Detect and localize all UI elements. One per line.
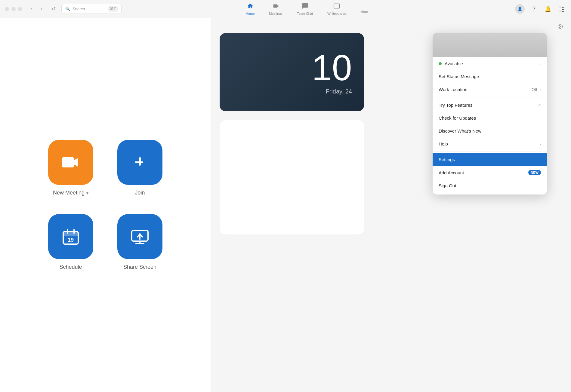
settings-gear-icon[interactable]: ⚙ xyxy=(558,23,564,31)
dropdown-work-location[interactable]: Work Location Off › xyxy=(433,83,547,96)
tab-team-chat[interactable]: Team Chat xyxy=(290,2,320,17)
tab-home-label: Home xyxy=(246,12,255,15)
set-status-label: Set Status Message xyxy=(439,74,541,79)
forward-arrow[interactable]: › xyxy=(37,5,46,13)
dropdown-set-status[interactable]: Set Status Message xyxy=(433,70,547,83)
more-icon: ··· xyxy=(361,3,367,9)
divider-1 xyxy=(433,97,547,97)
help-label: Help xyxy=(439,141,539,146)
tab-whiteboards[interactable]: Whiteboards xyxy=(320,2,353,17)
dropdown-settings[interactable]: Settings xyxy=(433,153,547,166)
nav-arrows: ‹ › xyxy=(27,5,46,13)
available-chevron: › xyxy=(539,61,541,66)
settings-label: Settings xyxy=(439,157,541,162)
help-icon[interactable]: ? xyxy=(529,5,539,14)
meetings-icon xyxy=(273,3,279,11)
calendar-date: Friday, 24 xyxy=(326,88,352,95)
traffic-lights xyxy=(5,7,22,11)
avatar-icon[interactable]: 👤 xyxy=(515,4,525,14)
main-content: New Meeting ▾ Join xyxy=(0,18,571,392)
tab-more-label: More xyxy=(360,10,368,14)
dropdown-sign-out[interactable]: Sign Out xyxy=(433,179,547,192)
tab-home[interactable]: Home xyxy=(239,2,262,17)
layout-icon[interactable] xyxy=(557,5,566,14)
external-link-icon: ↗ xyxy=(538,103,541,107)
team-chat-icon xyxy=(302,3,308,11)
join-label: Join xyxy=(135,190,145,196)
work-location-value: Off xyxy=(532,87,537,92)
action-grid: New Meeting ▾ Join xyxy=(48,140,162,270)
dropdown-add-account[interactable]: Add Account NEW xyxy=(433,166,547,179)
check-updates-label: Check for Updates xyxy=(439,115,541,121)
help-chevron: › xyxy=(539,142,541,146)
minimize-button[interactable] xyxy=(11,7,16,11)
svg-rect-3 xyxy=(63,231,78,236)
available-status-dot xyxy=(439,62,442,65)
title-bar-right: 👤 ? 🔔 xyxy=(515,4,566,14)
tab-whiteboards-label: Whiteboards xyxy=(327,12,346,15)
sign-out-label: Sign Out xyxy=(439,183,541,188)
new-meeting-label: New Meeting ▾ xyxy=(53,190,88,196)
left-panel: New Meeting ▾ Join xyxy=(0,18,211,392)
add-account-label: Add Account xyxy=(439,170,528,175)
tab-meetings[interactable]: Meetings xyxy=(262,2,290,17)
schedule-item[interactable]: 19 Schedule xyxy=(48,214,93,270)
calendar-card: 10 Friday, 24 xyxy=(220,33,364,111)
dropdown-check-updates[interactable]: Check for Updates xyxy=(433,112,547,124)
history-icon[interactable]: ↺ xyxy=(49,5,58,13)
try-features-label: Try Top Features xyxy=(439,103,538,108)
work-location-label: Work Location xyxy=(439,87,532,92)
svg-rect-1 xyxy=(139,157,141,166)
dropdown-available[interactable]: Available › xyxy=(433,57,547,70)
maximize-button[interactable] xyxy=(18,7,22,11)
join-item[interactable]: Join xyxy=(117,140,162,196)
whiteboards-icon xyxy=(333,3,340,11)
dropdown-help[interactable]: Help › xyxy=(433,137,547,150)
close-button[interactable] xyxy=(5,7,9,11)
svg-text:19: 19 xyxy=(68,237,74,243)
schedule-icon-bg: 19 xyxy=(48,214,93,259)
new-meeting-item[interactable]: New Meeting ▾ xyxy=(48,140,93,196)
calendar-day-number: 10 xyxy=(312,50,352,86)
dropdown-profile-area xyxy=(433,33,547,57)
search-icon: 🔍 xyxy=(65,7,70,11)
share-screen-item[interactable]: Share Screen xyxy=(117,214,162,270)
upcoming-meetings-card xyxy=(220,120,364,234)
notifications-icon[interactable]: 🔔 xyxy=(543,5,552,14)
nav-tabs: Home Meetings Team Chat xyxy=(99,2,515,17)
back-arrow[interactable]: ‹ xyxy=(27,5,35,13)
dropdown-try-features[interactable]: Try Top Features ↗ xyxy=(433,99,547,112)
discover-new-label: Discover What's New xyxy=(439,128,541,133)
available-label: Available xyxy=(445,61,539,66)
new-meeting-icon-bg xyxy=(48,140,93,185)
schedule-label: Schedule xyxy=(59,264,82,270)
join-icon-bg xyxy=(117,140,162,185)
share-screen-label: Share Screen xyxy=(123,264,156,270)
dropdown-discover-new[interactable]: Discover What's New xyxy=(433,124,547,137)
work-location-chevron: › xyxy=(539,87,541,92)
title-bar: ‹ › ↺ 🔍 Search ⌘F Home Meetings xyxy=(0,0,571,18)
right-panel: ⚙ 10 Friday, 24 Available › Set Status M… xyxy=(211,18,571,392)
search-label: Search xyxy=(73,7,85,11)
tab-more[interactable]: ··· More xyxy=(353,2,375,17)
work-location-right: Off › xyxy=(532,87,541,92)
new-meeting-chevron: ▾ xyxy=(86,191,88,195)
tab-meetings-label: Meetings xyxy=(269,12,282,15)
dropdown-menu: Available › Set Status Message Work Loca… xyxy=(433,33,547,194)
new-badge: NEW xyxy=(528,170,541,175)
share-screen-icon-bg xyxy=(117,214,162,259)
tab-team-chat-label: Team Chat xyxy=(297,12,313,15)
home-icon xyxy=(247,3,254,11)
divider-2 xyxy=(433,152,547,152)
